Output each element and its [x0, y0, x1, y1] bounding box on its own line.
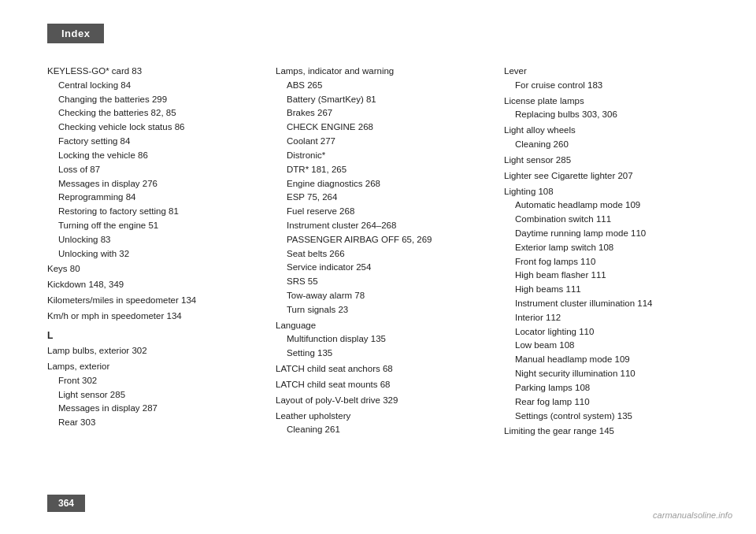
index-entry: Service indicator 254 — [276, 261, 496, 275]
index-entry: ABS 265 — [276, 79, 496, 93]
index-entry: Checking vehicle lock status 86 — [47, 121, 268, 135]
index-entry: Front 302 — [47, 374, 268, 388]
index-entry: Locator lighting 110 — [504, 325, 724, 339]
index-entry: Kickdown 148, 349 — [47, 278, 268, 292]
index-entry: Manual headlamp mode 109 — [504, 353, 724, 367]
index-entry: Factory setting 84 — [47, 135, 268, 149]
index-entry: Lamps, indicator and warning — [276, 65, 496, 79]
index-entry: Engine diagnostics 268 — [276, 177, 496, 191]
page-container: Index KEYLESS-GO* card 83Central locking… — [0, 0, 756, 534]
index-entry: Turning off the engine 51 — [47, 219, 268, 233]
index-entry: Front fog lamps 110 — [504, 255, 724, 269]
index-entry: Locking the vehicle 86 — [47, 149, 268, 163]
index-entry: Automatic headlamp mode 109 — [504, 198, 724, 213]
index-entry: Multifunction display 135 — [276, 332, 496, 347]
index-entry: Leather upholstery — [276, 410, 496, 424]
watermark: carmanualsoline.info — [653, 510, 732, 520]
index-entry: Daytime running lamp mode 110 — [504, 227, 724, 241]
index-entry: Unlocking with 32 — [47, 247, 268, 261]
index-entry: Turn signals 23 — [276, 303, 496, 317]
index-entry: Lever — [504, 65, 724, 79]
index-entry: License plate lamps — [504, 95, 724, 109]
index-entry: Unlocking 83 — [47, 233, 268, 247]
index-entry: Setting 135 — [276, 347, 496, 361]
index-column-col2: Lamps, indicator and warningABS 265Batte… — [276, 63, 504, 487]
index-entry: Fuel reserve 268 — [276, 205, 496, 219]
index-entry: Lighting 108 — [504, 185, 724, 199]
index-entry: Light alloy wheels — [504, 124, 724, 138]
index-entry: LATCH child seat mounts 68 — [276, 378, 496, 392]
index-entry: Cleaning 261 — [276, 423, 496, 437]
index-entry: Layout of poly-V-belt drive 329 — [276, 394, 496, 408]
index-entry: Reprogramming 84 — [47, 191, 268, 205]
index-entry: Coolant 277 — [276, 135, 496, 149]
index-entry: SRS 55 — [276, 275, 496, 289]
index-entry: L — [47, 328, 268, 343]
index-entry: ESP 75, 264 — [276, 191, 496, 205]
index-entry: Changing the batteries 299 — [47, 93, 268, 107]
index-entry: Combination switch 111 — [504, 213, 724, 227]
index-entry: Lamps, exterior — [47, 360, 268, 374]
index-entry: Language — [276, 319, 496, 333]
index-entry: Interior 112 — [504, 311, 724, 325]
index-entry: Light sensor 285 — [504, 154, 724, 168]
index-entry: Rear 303 — [47, 416, 268, 430]
index-entry: Rear fog lamp 110 — [504, 395, 724, 410]
index-entry: Replacing bulbs 303, 306 — [504, 108, 724, 122]
index-entry: High beam flasher 111 — [504, 269, 724, 283]
index-entry: KEYLESS-GO* card 83 — [47, 65, 268, 79]
index-entry: Instrument cluster 264–268 — [276, 219, 496, 233]
index-entry: Km/h or mph in speedometer 134 — [47, 310, 268, 324]
index-entry: For cruise control 183 — [504, 79, 724, 93]
index-entry: Messages in display 287 — [47, 402, 268, 416]
index-entry: Night security illumination 110 — [504, 367, 724, 381]
index-entry: Central locking 84 — [47, 79, 268, 93]
index-entry: Lamp bulbs, exterior 302 — [47, 344, 268, 358]
index-entry: Exterior lamp switch 108 — [504, 241, 724, 255]
index-entry: Distronic* — [276, 149, 496, 163]
index-entry: Instrument cluster illumination 114 — [504, 297, 724, 311]
index-entry: Tow-away alarm 78 — [276, 289, 496, 303]
content-area: KEYLESS-GO* card 83Central locking 84Cha… — [47, 63, 732, 487]
index-entry: CHECK ENGINE 268 — [276, 121, 496, 135]
index-column-col3: LeverFor cruise control 183License plate… — [504, 63, 732, 487]
index-entry: Parking lamps 108 — [504, 381, 724, 395]
index-entry: Keys 80 — [47, 262, 268, 276]
index-entry: Messages in display 276 — [47, 177, 268, 191]
index-entry: Low beam 108 — [504, 339, 724, 353]
index-entry: Cleaning 260 — [504, 138, 724, 152]
index-entry: Lighter see Cigarette lighter 207 — [504, 169, 724, 184]
index-entry: Battery (SmartKey) 81 — [276, 93, 496, 107]
index-header: Index — [47, 24, 104, 43]
index-entry: Light sensor 285 — [47, 388, 268, 402]
index-entry: High beams 111 — [504, 283, 724, 297]
index-entry: Limiting the gear range 145 — [504, 425, 724, 439]
index-entry: PASSENGER AIRBAG OFF 65, 269 — [276, 233, 496, 247]
index-entry: DTR* 181, 265 — [276, 163, 496, 177]
header-label: Index — [61, 28, 90, 39]
index-entry: Checking the batteries 82, 85 — [47, 106, 268, 121]
index-entry: Seat belts 266 — [276, 247, 496, 261]
index-entry: Restoring to factory setting 81 — [47, 205, 268, 219]
index-entry: Loss of 87 — [47, 163, 268, 177]
index-entry: Brakes 267 — [276, 106, 496, 121]
index-entry: LATCH child seat anchors 68 — [276, 362, 496, 376]
page-number: 364 — [47, 495, 85, 512]
index-column-col1: KEYLESS-GO* card 83Central locking 84Cha… — [47, 63, 276, 487]
index-entry: Kilometers/miles in speedometer 134 — [47, 294, 268, 308]
index-entry: Settings (control system) 135 — [504, 410, 724, 424]
